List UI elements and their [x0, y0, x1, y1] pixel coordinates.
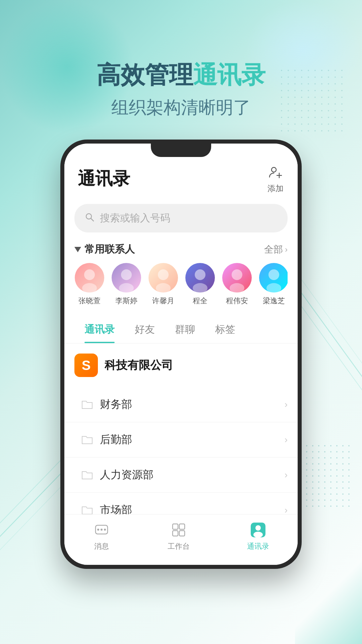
svg-point-13	[121, 269, 132, 280]
avatar-item-2[interactable]: 李斯婷	[111, 263, 141, 306]
svg-point-18	[193, 283, 207, 292]
chevron-right-icon: ›	[285, 245, 288, 254]
company-icon: S	[74, 354, 98, 377]
dept-left-logistics: 后勤部	[81, 432, 132, 447]
phone-container: 通讯录 添加	[0, 140, 362, 569]
avatar-image-5	[222, 263, 252, 292]
search-bar[interactable]: 搜索或输入号码	[74, 204, 288, 232]
common-contacts-header: 常用联系人 全部 ›	[74, 243, 288, 256]
svg-point-28	[104, 529, 106, 531]
search-icon	[84, 212, 95, 225]
dept-name-logistics: 后勤部	[100, 432, 132, 447]
svg-point-35	[253, 532, 263, 538]
search-placeholder: 搜索或输入号码	[100, 211, 170, 225]
svg-rect-29	[173, 524, 178, 529]
avatar-name-4: 程全	[193, 296, 207, 306]
dept-item-marketing[interactable]: 市场部 ›	[64, 493, 298, 514]
svg-point-19	[232, 269, 242, 280]
tab-contacts[interactable]: 通讯录	[74, 316, 125, 343]
avatar-image-3	[148, 263, 178, 292]
svg-point-15	[158, 269, 169, 280]
screen-title: 通讯录	[78, 167, 130, 191]
svg-point-22	[266, 283, 281, 292]
dept-item-hr[interactable]: 人力资源部 ›	[64, 458, 298, 493]
tab-tags[interactable]: 标签	[205, 316, 245, 343]
add-person-icon	[267, 164, 284, 181]
svg-point-17	[195, 269, 205, 280]
contacts-nav-icon	[249, 521, 267, 539]
avatar-item-4[interactable]: 程全	[185, 263, 215, 306]
chevron-right-logistics: ›	[285, 434, 288, 445]
folder-icon-marketing	[81, 504, 93, 514]
svg-point-21	[268, 269, 279, 280]
avatar-name-5: 程伟安	[226, 296, 248, 306]
avatar-item-6[interactable]: 梁逸芝	[259, 263, 288, 306]
nav-messages[interactable]: 消息	[93, 521, 110, 551]
phone-outer: 通讯录 添加	[60, 140, 302, 569]
avatar-item-3[interactable]: 许馨月	[148, 263, 178, 306]
workspace-icon	[170, 521, 187, 539]
avatar-name-6: 梁逸芝	[263, 296, 285, 306]
svg-point-14	[119, 283, 134, 292]
avatar-item-5[interactable]: 程伟安	[222, 263, 252, 306]
dept-name-marketing: 市场部	[100, 503, 132, 514]
common-contacts-title: 常用联系人	[84, 243, 135, 256]
svg-point-12	[82, 283, 97, 292]
common-header-left: 常用联系人	[74, 243, 135, 256]
svg-point-20	[230, 283, 244, 292]
avatar-row: 张晓萱 李斯婷 许馨月	[74, 263, 288, 306]
svg-rect-31	[173, 531, 178, 536]
svg-point-16	[156, 283, 171, 292]
dept-name-hr: 人力资源部	[100, 468, 154, 482]
dept-left-marketing: 市场部	[81, 503, 132, 514]
header-section: 高效管理通讯录 组织架构清晰明了	[0, 0, 362, 140]
dept-item-finance[interactable]: 财务部 ›	[64, 387, 298, 422]
avatar-image-1	[75, 263, 104, 292]
tab-friends[interactable]: 好友	[125, 316, 165, 343]
header-subtitle: 组织架构清晰明了	[0, 96, 362, 119]
header-title: 高效管理通讯录	[0, 60, 362, 89]
svg-point-34	[255, 525, 261, 531]
svg-rect-30	[179, 524, 185, 529]
folder-icon-hr	[81, 469, 93, 481]
screen-content: 通讯录 添加	[64, 144, 298, 565]
company-header[interactable]: S 科技有限公司	[64, 343, 298, 387]
common-contacts-section: 常用联系人 全部 › 张晓萱	[64, 239, 298, 313]
bottom-nav: 消息 工作台	[64, 514, 298, 565]
nav-workspace[interactable]: 工作台	[168, 521, 190, 551]
dept-left-finance: 财务部	[81, 397, 132, 412]
avatar-image-2	[112, 263, 141, 292]
department-list: 财务部 › 后勤部 ›	[64, 387, 298, 514]
avatar-item-1[interactable]: 张晓萱	[74, 263, 105, 306]
svg-point-6	[272, 167, 276, 172]
add-label: 添加	[267, 183, 284, 194]
header-title-main: 高效管理	[97, 61, 193, 88]
svg-point-26	[97, 529, 99, 531]
avatar-image-6	[259, 263, 288, 292]
chevron-right-hr: ›	[285, 470, 288, 480]
company-name: 科技有限公司	[105, 358, 173, 373]
add-contact-button[interactable]: 添加	[267, 164, 284, 194]
dept-left-hr: 人力资源部	[81, 468, 154, 482]
all-contacts-link[interactable]: 全部 ›	[264, 243, 288, 256]
svg-line-10	[91, 218, 94, 221]
messages-icon	[93, 521, 110, 539]
avatar-name-2: 李斯婷	[115, 296, 137, 306]
avatar-image-4	[185, 263, 215, 292]
dept-name-finance: 财务部	[100, 397, 132, 412]
chevron-right-finance: ›	[285, 399, 288, 410]
svg-point-11	[84, 269, 95, 280]
tab-bar: 通讯录 好友 群聊 标签	[64, 316, 298, 343]
dept-item-logistics[interactable]: 后勤部 ›	[64, 422, 298, 458]
nav-workspace-label: 工作台	[168, 541, 190, 551]
phone-screen: 通讯录 添加	[64, 144, 298, 565]
tab-groupchat[interactable]: 群聊	[165, 316, 205, 343]
folder-icon-finance	[81, 398, 93, 411]
folder-icon-logistics	[81, 434, 93, 446]
nav-contacts[interactable]: 通讯录	[247, 521, 269, 551]
chevron-right-marketing: ›	[285, 505, 288, 514]
avatar-name-1: 张晓萱	[78, 296, 101, 306]
header-title-highlight: 通讯录	[193, 61, 265, 88]
avatar-name-3: 许馨月	[152, 296, 174, 306]
expand-icon	[74, 247, 81, 252]
